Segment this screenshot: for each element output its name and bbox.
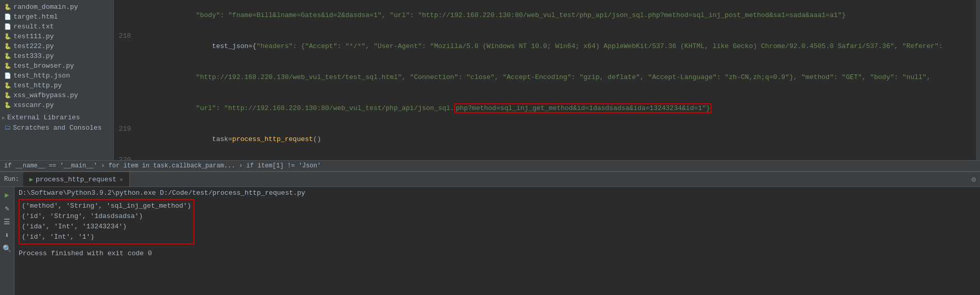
sidebar-section-scratches[interactable]: 🗂 Scratches and Consoles: [0, 123, 113, 133]
code-text: "body": "fname=Bill&lname=Gates&id=2&das…: [196, 11, 846, 19]
code-fn: process_http_request: [232, 135, 313, 143]
line-content-218: test_json={"headers": {"Accept": "*/*", …: [147, 31, 976, 62]
line-content-218b: "http://192.168.220.130/web_vul_test/tes…: [147, 62, 976, 93]
code-line-body-url: "body": "fname=Bill&lname=Gates&id=2&das…: [114, 0, 976, 31]
python-file-icon: 🐍: [4, 82, 11, 89]
sidebar-item-label: random_domain.py: [13, 3, 78, 11]
sidebar-item-label: test_http.json: [13, 72, 70, 80]
line-number-220: 220: [114, 155, 137, 160]
sidebar-item-test-http-py[interactable]: 🐍 test_http.py: [0, 81, 113, 90]
code-text: (): [313, 135, 321, 143]
run-tab-icon: ▶: [29, 176, 33, 183]
code-line-218b: "http://192.168.220.130/web_vul_test/tes…: [114, 62, 976, 93]
python-file-icon: 🐍: [4, 53, 11, 59]
code-line-218: 218 test_json={"headers": {"Accept": "*/…: [114, 31, 976, 62]
sidebar-item-label: test_http.py: [13, 82, 62, 89]
output-line-4: ('id', 'Int', '1'): [22, 232, 191, 242]
python-file-icon: 🐍: [4, 102, 11, 108]
code-editor: "body": "fname=Bill&lname=Gates&id=2&das…: [114, 0, 976, 160]
sidebar-item-result-txt[interactable]: 📄 result.txt: [0, 22, 113, 32]
output-line-1: ('method', 'String', 'sql_inj_get_method…: [22, 201, 191, 211]
sidebar-item-target-html[interactable]: 📄 target.html: [0, 12, 113, 22]
line-number-218: 218: [114, 31, 137, 41]
python-file-icon: 🐍: [4, 33, 11, 40]
sidebar-item-label: xss_wafbypass.py: [13, 91, 78, 99]
line-content: "body": "fname=Bill&lname=Gates&id=2&das…: [147, 0, 976, 31]
output-line-2: ('id', 'String', '1dasdsadsa'): [22, 211, 191, 222]
folder-icon: 🗂: [4, 124, 11, 132]
panel-tab-process-http[interactable]: ▶ process_http_request ✕: [23, 172, 130, 187]
line-content-218c: "url": "http://192.168.220.130:80/web_vu…: [147, 93, 976, 124]
line-content-219: task=process_http_request(): [147, 124, 976, 155]
line-number-219: 219: [114, 124, 137, 134]
download-button[interactable]: ⬇: [2, 229, 13, 241]
highlighted-url: php?method=sql_inj_get_method&id=1dasdsa…: [454, 103, 711, 113]
sidebar-item-label: test222.py: [13, 42, 54, 50]
collapse-arrow-icon: ▶: [2, 115, 5, 121]
edit-button[interactable]: ✎: [2, 203, 13, 214]
code-line-218c: "url": "http://192.168.220.130:80/web_vu…: [114, 93, 976, 124]
sidebar-section-external-libs[interactable]: ▶ External Libraries: [0, 112, 113, 123]
sidebar-item-test-browser[interactable]: 🐍 test_browser.py: [0, 61, 113, 71]
python-file-icon: 🐍: [4, 63, 11, 69]
scratches-label: Scratches and Consoles: [13, 124, 102, 132]
sidebar-item-label: target.html: [13, 13, 58, 21]
panel-left-toolbar: ▶ ✎ ☰ ⬇ 🔍: [0, 187, 14, 295]
json-file-icon: 📄: [4, 72, 11, 79]
code-str: "http://192.168.220.130/web_vul_test/tes…: [196, 73, 931, 81]
panel-tab-label: process_http_request: [36, 176, 116, 183]
run-command-text: D:\Software\Python3.9.2\python.exe D:/Co…: [19, 189, 305, 197]
list-button[interactable]: ☰: [2, 216, 13, 227]
status-bar: if __name__ == '__main__' › for item in …: [0, 160, 980, 172]
txt-file-icon: 📄: [4, 23, 11, 30]
code-text: task=: [196, 135, 232, 143]
panel-header: Run: ▶ process_http_request ✕ ⚙: [0, 172, 980, 187]
html-file-icon: 📄: [4, 13, 11, 20]
breadcrumb: if __name__ == '__main__' › for item in …: [4, 162, 321, 169]
code-text: test_json={: [196, 42, 257, 50]
line-content-220: for item in task.callback_param_list(tes…: [147, 155, 976, 160]
close-tab-button[interactable]: ✕: [120, 176, 123, 183]
python-file-icon: 🐍: [4, 43, 11, 50]
search-button[interactable]: 🔍: [2, 243, 13, 254]
sidebar-item-xsscanr[interactable]: 🐍 xsscanr.py: [0, 100, 113, 110]
external-libs-label: External Libraries: [7, 114, 80, 121]
sidebar-item-label: test333.py: [13, 52, 54, 60]
sidebar-item-random-domain[interactable]: 🐍 random_domain.py: [0, 2, 113, 12]
bottom-panel: Run: ▶ process_http_request ✕ ⚙ ▶ ✎ ☰ ⬇ …: [0, 172, 980, 295]
panel-content-row: ▶ ✎ ☰ ⬇ 🔍 D:\Software\Python3.9.2\python…: [0, 187, 980, 295]
sidebar-item-label: test111.py: [13, 33, 54, 40]
panel-settings-button[interactable]: ⚙: [972, 175, 976, 184]
run-command: D:\Software\Python3.9.2\python.exe D:/Co…: [19, 189, 976, 197]
sidebar-item-test222[interactable]: 🐍 test222.py: [0, 41, 113, 51]
sidebar-item-label: result.txt: [13, 23, 54, 30]
sidebar-item-test111[interactable]: 🐍 test111.py: [0, 32, 113, 41]
python-file-icon: 🐍: [4, 4, 11, 10]
output-highlight-box: ('method', 'String', 'sql_inj_get_method…: [19, 199, 195, 244]
python-file-icon: 🐍: [4, 92, 11, 99]
code-str-prefix: "url": "http://192.168.220.130:80/web_vu…: [196, 104, 454, 112]
main-container: 🐍 random_domain.py 📄 target.html 📄 resul…: [0, 0, 980, 295]
sidebar-item-label: xsscanr.py: [13, 101, 54, 109]
code-line-220: 220 for item in task.callback_param_list…: [114, 155, 976, 160]
sidebar: 🐍 random_domain.py 📄 target.html 📄 resul…: [0, 0, 114, 160]
sidebar-item-test333[interactable]: 🐍 test333.py: [0, 51, 113, 61]
code-lines: "body": "fname=Bill&lname=Gates&id=2&das…: [114, 0, 976, 160]
sidebar-item-xss-wafbypass[interactable]: 🐍 xss_wafbypass.py: [0, 90, 113, 100]
panel-output: D:\Software\Python3.9.2\python.exe D:/Co…: [14, 187, 980, 295]
top-section: 🐍 random_domain.py 📄 target.html 📄 resul…: [0, 0, 980, 160]
sidebar-item-test-http-json[interactable]: 📄 test_http.json: [0, 71, 113, 81]
sidebar-item-label: test_browser.py: [13, 62, 74, 70]
code-str-highlight: php?method=sql_inj_get_method&id=1dasdsa…: [456, 104, 710, 112]
vertical-scrollbar[interactable]: [976, 0, 980, 160]
output-line-3: ('ida', 'Int', '13243234'): [22, 222, 191, 232]
code-line-219: 219 task=process_http_request(): [114, 124, 976, 155]
run-button[interactable]: ▶: [2, 189, 13, 200]
run-label: Run:: [0, 176, 23, 183]
code-str: "headers": {"Accept": "*/*", "User-Agent…: [257, 42, 943, 50]
process-finished-text: Process finished with exit code 0: [19, 250, 976, 257]
